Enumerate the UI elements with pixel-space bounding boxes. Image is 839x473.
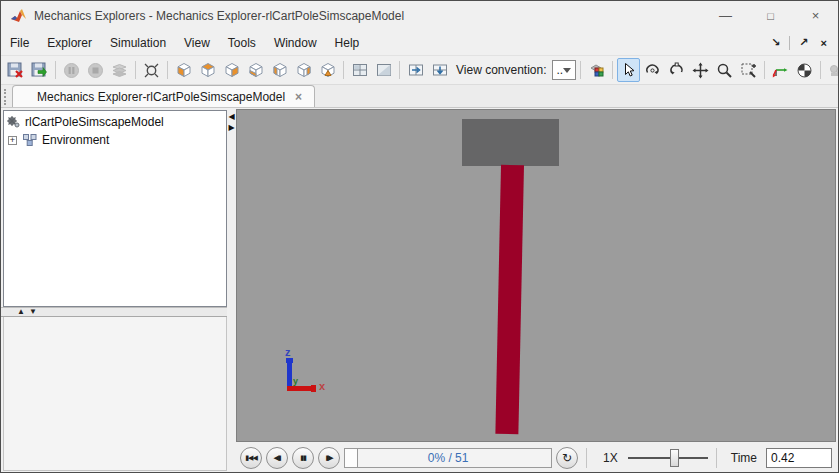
four-pane-layout-button[interactable] [348, 58, 371, 82]
time-input[interactable] [766, 448, 832, 468]
view-back-button[interactable] [196, 58, 219, 82]
orbit-tool-button[interactable] [641, 58, 664, 82]
divider [343, 61, 344, 79]
z-axis-label: z [285, 346, 291, 358]
cursor-icon [621, 62, 637, 78]
view-front-button[interactable] [172, 58, 195, 82]
menu-tools[interactable]: Tools [219, 32, 265, 54]
expand-plus-icon[interactable]: + [8, 136, 17, 145]
checker-sphere-icon [796, 62, 813, 79]
view-convention-value: .. [557, 63, 564, 77]
toolbar: View convention: .. [1, 56, 838, 85]
undock-icon[interactable]: ↗ [796, 35, 811, 50]
tab-close-icon[interactable]: × [295, 90, 302, 104]
matlab-logo-icon [10, 8, 27, 23]
playback-progress-slider[interactable]: 0% / 51 [344, 448, 552, 468]
divider [820, 61, 821, 79]
show-frames-button[interactable] [769, 58, 792, 82]
export-animation-button[interactable] [28, 58, 51, 82]
zoom-tool-button[interactable] [713, 58, 736, 82]
dock-icon[interactable]: ↘ [768, 35, 783, 50]
skip-to-start-button[interactable]: ▮◀◀ [240, 447, 262, 469]
divider [612, 61, 613, 79]
speed-slider[interactable] [628, 448, 708, 468]
divider [167, 61, 168, 79]
main-area: rlCartPoleSimscapeModel + Environment ▲ … [1, 108, 838, 473]
menu-window[interactable]: Window [265, 32, 326, 54]
menu-file[interactable]: File [1, 32, 38, 54]
four-pane-icon [352, 62, 368, 78]
close-figure-icon[interactable]: × [818, 36, 830, 50]
close-button[interactable]: × [793, 1, 838, 30]
tree-root-node[interactable]: rlCartPoleSimscapeModel [6, 113, 226, 131]
menu-view[interactable]: View [175, 32, 219, 54]
menu-bar: File Explorer Simulation View Tools Wind… [1, 30, 838, 56]
divider [399, 61, 400, 79]
minimize-button[interactable]: — [703, 1, 748, 30]
collapse-left-icon[interactable]: ◀ [229, 112, 235, 121]
tab-grip-handle[interactable] [4, 89, 9, 105]
view-left-button[interactable] [268, 58, 291, 82]
step-forward-icon: ▮▶ [325, 454, 332, 462]
collapse-down-icon[interactable]: ▼ [29, 308, 37, 316]
split-right-button[interactable] [404, 58, 427, 82]
view-convention-label: View convention: [456, 63, 547, 77]
pause-button[interactable]: ▮▮ [292, 447, 314, 469]
view-sphere-button[interactable] [793, 58, 816, 82]
save-animation-button[interactable] [4, 58, 27, 82]
tree-environment-node[interactable]: + Environment [6, 131, 226, 149]
step-forward-button[interactable]: ▮▶ [318, 447, 340, 469]
cube-left-icon [272, 62, 288, 78]
pan-tool-button[interactable] [689, 58, 712, 82]
view-bottom-button[interactable] [244, 58, 267, 82]
window-title: Mechanics Explorers - Mechanics Explorer… [34, 9, 703, 23]
horizontal-splitter[interactable]: ▲ ▼ [1, 307, 227, 317]
floppy-red-x-icon [7, 62, 24, 79]
view-convention-select[interactable]: .. [552, 60, 577, 80]
view-isometric-button[interactable] [316, 58, 339, 82]
roll-icon [668, 62, 685, 79]
single-pane-layout-button[interactable] [372, 58, 395, 82]
menu-explorer[interactable]: Explorer [38, 32, 101, 54]
cube-front-icon [176, 62, 192, 78]
viewer-column: z y x ▮◀◀ ◀▮ ▮▮ ▮▶ 0% / 51 ↻ 1X [236, 108, 838, 473]
playback-bar: ▮◀◀ ◀▮ ▮▮ ▮▶ 0% / 51 ↻ 1X Time [236, 442, 838, 473]
model-icon [6, 115, 21, 129]
view-right-button[interactable] [292, 58, 315, 82]
loop-button[interactable]: ↻ [556, 447, 578, 469]
tab-mechanics-explorer[interactable]: Mechanics Explorer-rlCartPoleSimscapeMod… [12, 85, 315, 107]
view-top-button[interactable] [220, 58, 243, 82]
select-tool-button[interactable] [617, 58, 640, 82]
time-label: Time [731, 451, 757, 465]
magnifier-icon [716, 62, 733, 79]
menu-help[interactable]: Help [326, 32, 369, 54]
slider-knob[interactable] [670, 449, 679, 467]
roll-tool-button[interactable] [665, 58, 688, 82]
vertical-splitter[interactable]: ◀ ▶ [227, 108, 236, 473]
x-axis-label: x [319, 380, 325, 392]
subsystem-icon [22, 133, 38, 147]
camera-manager-button [825, 58, 839, 82]
divider [580, 61, 581, 79]
maximize-button[interactable]: □ [748, 1, 793, 30]
floppy-green-arrow-icon [31, 62, 48, 79]
collapse-up-icon[interactable]: ▲ [17, 308, 25, 316]
tree-environment-label: Environment [42, 133, 109, 147]
collapse-right-icon[interactable]: ▶ [229, 123, 235, 132]
fit-to-view-button[interactable] [140, 58, 163, 82]
skip-start-icon: ▮◀◀ [245, 454, 257, 462]
step-back-button[interactable]: ◀▮ [266, 447, 288, 469]
progress-handle[interactable] [345, 449, 358, 467]
properties-panel [3, 317, 227, 471]
cube-right-icon [296, 62, 312, 78]
menu-simulation[interactable]: Simulation [101, 32, 175, 54]
camera-icon [828, 62, 839, 79]
3d-viewport[interactable]: z y x [236, 109, 836, 442]
orbit-icon [644, 62, 661, 79]
model-tree: rlCartPoleSimscapeModel + Environment [3, 110, 227, 307]
zoom-region-button[interactable] [737, 58, 760, 82]
scene-color-button[interactable] [585, 58, 608, 82]
divider [55, 61, 56, 79]
step-back-icon: ◀▮ [273, 454, 280, 462]
split-down-button[interactable] [428, 58, 451, 82]
